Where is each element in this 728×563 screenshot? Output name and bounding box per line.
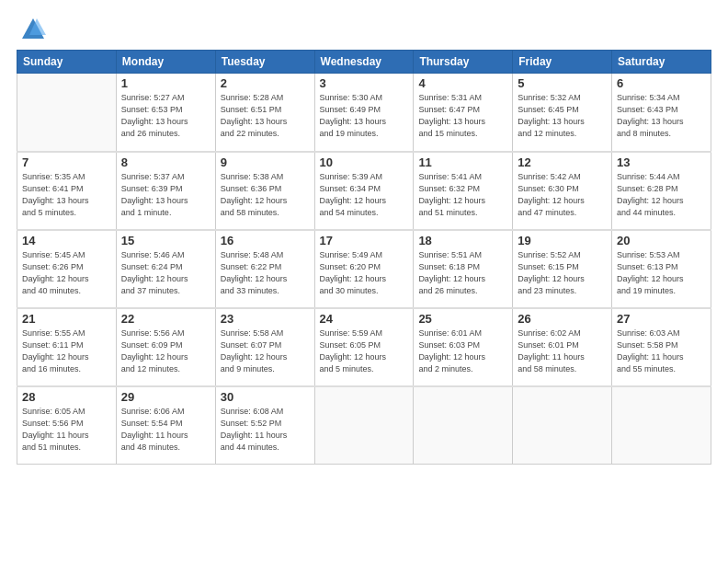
calendar-cell: 4Sunrise: 5:31 AM Sunset: 6:47 PM Daylig…	[414, 74, 513, 152]
day-info: Sunrise: 5:59 AM Sunset: 6:05 PM Dayligh…	[320, 327, 409, 375]
calendar-cell: 2Sunrise: 5:28 AM Sunset: 6:51 PM Daylig…	[215, 74, 314, 152]
calendar-cell: 7Sunrise: 5:35 AM Sunset: 6:41 PM Daylig…	[17, 152, 117, 230]
day-number: 15	[121, 234, 210, 247]
day-number: 7	[22, 155, 111, 169]
calendar-week-row: 28Sunrise: 6:05 AM Sunset: 5:56 PM Dayli…	[17, 386, 711, 465]
day-info: Sunrise: 5:46 AM Sunset: 6:24 PM Dayligh…	[121, 249, 210, 297]
calendar-cell: 29Sunrise: 6:06 AM Sunset: 5:54 PM Dayli…	[116, 386, 215, 465]
day-number: 18	[418, 234, 507, 247]
calendar-cell: 30Sunrise: 6:08 AM Sunset: 5:52 PM Dayli…	[215, 386, 314, 465]
weekday-header-sunday: Sunday	[17, 51, 117, 74]
day-number: 19	[518, 234, 607, 247]
day-number: 27	[617, 312, 706, 326]
weekday-header-friday: Friday	[513, 51, 612, 74]
weekday-header-row: SundayMondayTuesdayWednesdayThursdayFrid…	[17, 51, 711, 74]
calendar-table: SundayMondayTuesdayWednesdayThursdayFrid…	[17, 50, 711, 465]
calendar-cell	[612, 386, 711, 465]
day-number: 17	[320, 234, 409, 247]
day-info: Sunrise: 5:48 AM Sunset: 6:22 PM Dayligh…	[221, 249, 310, 297]
weekday-header-monday: Monday	[116, 51, 215, 74]
day-info: Sunrise: 5:27 AM Sunset: 6:53 PM Dayligh…	[121, 92, 210, 140]
calendar-cell: 14Sunrise: 5:45 AM Sunset: 6:26 PM Dayli…	[17, 230, 117, 308]
calendar-cell: 3Sunrise: 5:30 AM Sunset: 6:49 PM Daylig…	[314, 74, 414, 152]
calendar-cell: 17Sunrise: 5:49 AM Sunset: 6:20 PM Dayli…	[314, 230, 414, 308]
day-number: 1	[121, 76, 210, 90]
calendar-cell: 20Sunrise: 5:53 AM Sunset: 6:13 PM Dayli…	[612, 230, 711, 308]
day-number: 8	[121, 155, 210, 169]
day-number: 6	[617, 76, 706, 90]
day-number: 10	[320, 155, 409, 169]
calendar-cell: 19Sunrise: 5:52 AM Sunset: 6:15 PM Dayli…	[513, 230, 612, 308]
calendar-cell	[17, 74, 117, 152]
day-info: Sunrise: 5:42 AM Sunset: 6:30 PM Dayligh…	[518, 171, 607, 219]
calendar-cell: 22Sunrise: 5:56 AM Sunset: 6:09 PM Dayli…	[116, 308, 215, 386]
calendar-week-row: 14Sunrise: 5:45 AM Sunset: 6:26 PM Dayli…	[17, 230, 711, 308]
day-number: 9	[221, 155, 310, 169]
weekday-header-tuesday: Tuesday	[215, 51, 314, 74]
calendar-cell: 9Sunrise: 5:38 AM Sunset: 6:36 PM Daylig…	[215, 152, 314, 230]
day-number: 21	[22, 312, 111, 326]
calendar-cell: 1Sunrise: 5:27 AM Sunset: 6:53 PM Daylig…	[116, 74, 215, 152]
day-info: Sunrise: 6:05 AM Sunset: 5:56 PM Dayligh…	[22, 406, 111, 454]
day-info: Sunrise: 6:06 AM Sunset: 5:54 PM Dayligh…	[121, 406, 210, 454]
calendar-cell	[513, 386, 612, 465]
day-info: Sunrise: 5:52 AM Sunset: 6:15 PM Dayligh…	[518, 249, 607, 297]
calendar-cell: 6Sunrise: 5:34 AM Sunset: 6:43 PM Daylig…	[612, 74, 711, 152]
day-info: Sunrise: 6:01 AM Sunset: 6:03 PM Dayligh…	[418, 327, 507, 375]
calendar-cell: 5Sunrise: 5:32 AM Sunset: 6:45 PM Daylig…	[513, 74, 612, 152]
calendar-cell: 23Sunrise: 5:58 AM Sunset: 6:07 PM Dayli…	[215, 308, 314, 386]
day-number: 4	[418, 76, 507, 90]
day-info: Sunrise: 5:32 AM Sunset: 6:45 PM Dayligh…	[518, 92, 607, 140]
calendar-cell: 16Sunrise: 5:48 AM Sunset: 6:22 PM Dayli…	[215, 230, 314, 308]
logo	[17, 17, 46, 42]
day-info: Sunrise: 5:37 AM Sunset: 6:39 PM Dayligh…	[121, 171, 210, 219]
day-number: 20	[617, 234, 706, 247]
calendar-week-row: 1Sunrise: 5:27 AM Sunset: 6:53 PM Daylig…	[17, 74, 711, 152]
day-info: Sunrise: 5:55 AM Sunset: 6:11 PM Dayligh…	[22, 327, 111, 375]
calendar-cell: 18Sunrise: 5:51 AM Sunset: 6:18 PM Dayli…	[414, 230, 513, 308]
calendar-cell: 28Sunrise: 6:05 AM Sunset: 5:56 PM Dayli…	[17, 386, 117, 465]
page-header	[17, 17, 711, 42]
day-info: Sunrise: 5:35 AM Sunset: 6:41 PM Dayligh…	[22, 171, 111, 219]
calendar-cell: 21Sunrise: 5:55 AM Sunset: 6:11 PM Dayli…	[17, 308, 117, 386]
calendar-cell	[414, 386, 513, 465]
calendar-cell: 10Sunrise: 5:39 AM Sunset: 6:34 PM Dayli…	[314, 152, 414, 230]
day-number: 28	[22, 390, 111, 404]
calendar-cell: 13Sunrise: 5:44 AM Sunset: 6:28 PM Dayli…	[612, 152, 711, 230]
day-info: Sunrise: 5:53 AM Sunset: 6:13 PM Dayligh…	[617, 249, 706, 297]
day-info: Sunrise: 5:39 AM Sunset: 6:34 PM Dayligh…	[320, 171, 409, 219]
day-number: 29	[121, 390, 210, 404]
weekday-header-saturday: Saturday	[612, 51, 711, 74]
calendar-cell: 8Sunrise: 5:37 AM Sunset: 6:39 PM Daylig…	[116, 152, 215, 230]
calendar-cell: 12Sunrise: 5:42 AM Sunset: 6:30 PM Dayli…	[513, 152, 612, 230]
calendar-cell: 27Sunrise: 6:03 AM Sunset: 5:58 PM Dayli…	[612, 308, 711, 386]
calendar-cell: 11Sunrise: 5:41 AM Sunset: 6:32 PM Dayli…	[414, 152, 513, 230]
calendar-cell: 25Sunrise: 6:01 AM Sunset: 6:03 PM Dayli…	[414, 308, 513, 386]
day-info: Sunrise: 5:56 AM Sunset: 6:09 PM Dayligh…	[121, 327, 210, 375]
day-info: Sunrise: 5:28 AM Sunset: 6:51 PM Dayligh…	[221, 92, 310, 140]
day-number: 13	[617, 155, 706, 169]
day-info: Sunrise: 5:44 AM Sunset: 6:28 PM Dayligh…	[617, 171, 706, 219]
day-info: Sunrise: 5:31 AM Sunset: 6:47 PM Dayligh…	[418, 92, 507, 140]
calendar-week-row: 7Sunrise: 5:35 AM Sunset: 6:41 PM Daylig…	[17, 152, 711, 230]
logo-icon	[20, 17, 46, 42]
day-info: Sunrise: 5:34 AM Sunset: 6:43 PM Dayligh…	[617, 92, 706, 140]
day-info: Sunrise: 5:30 AM Sunset: 6:49 PM Dayligh…	[320, 92, 409, 140]
day-number: 25	[418, 312, 507, 326]
day-info: Sunrise: 6:02 AM Sunset: 6:01 PM Dayligh…	[518, 327, 607, 375]
calendar-week-row: 21Sunrise: 5:55 AM Sunset: 6:11 PM Dayli…	[17, 308, 711, 386]
day-info: Sunrise: 6:08 AM Sunset: 5:52 PM Dayligh…	[221, 406, 310, 454]
weekday-header-thursday: Thursday	[414, 51, 513, 74]
day-number: 11	[418, 155, 507, 169]
day-info: Sunrise: 5:45 AM Sunset: 6:26 PM Dayligh…	[22, 249, 111, 297]
day-number: 26	[518, 312, 607, 326]
day-info: Sunrise: 5:51 AM Sunset: 6:18 PM Dayligh…	[418, 249, 507, 297]
day-number: 22	[121, 312, 210, 326]
day-number: 23	[221, 312, 310, 326]
day-info: Sunrise: 6:03 AM Sunset: 5:58 PM Dayligh…	[617, 327, 706, 375]
day-info: Sunrise: 5:38 AM Sunset: 6:36 PM Dayligh…	[221, 171, 310, 219]
day-info: Sunrise: 5:58 AM Sunset: 6:07 PM Dayligh…	[221, 327, 310, 375]
day-info: Sunrise: 5:49 AM Sunset: 6:20 PM Dayligh…	[320, 249, 409, 297]
day-number: 5	[518, 76, 607, 90]
day-number: 3	[320, 76, 409, 90]
